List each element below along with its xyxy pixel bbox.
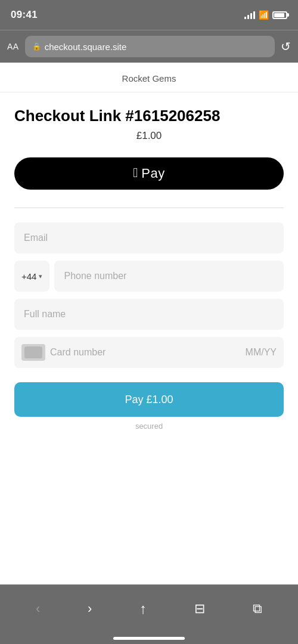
store-name: Rocket Gems [0,63,298,92]
full-name-input[interactable] [14,299,284,330]
email-input[interactable] [14,222,284,253]
lock-icon: 🔒 [32,42,41,51]
home-indicator [0,632,298,644]
section-divider [14,208,284,208]
bottom-nav: ‹ › ↑ ⊟ ⧉ [0,584,298,632]
secured-text: secured [14,419,284,436]
card-field-row[interactable]: Card number MM/YY [14,337,284,368]
checkout-title: Checkout Link #1615206258 [14,107,284,125]
battery-icon [272,11,287,19]
apple-pay-label: Pay [141,166,164,181]
apple-logo-icon:  [133,165,138,181]
checkout-amount: £1.00 [14,130,284,142]
wifi-icon: 📶 [259,10,269,20]
page-content: Rocket Gems Checkout Link #1615206258 £1… [0,63,298,584]
country-code-value: +44 [21,271,36,281]
back-button[interactable]: ‹ [26,596,49,621]
browser-bar: AA 🔒 checkout.square.site ↺ [0,30,298,63]
share-button[interactable]: ↑ [130,596,156,622]
pay-button[interactable]: Pay £1.00 [14,382,284,417]
card-expiry-placeholder: MM/YY [246,347,277,358]
browser-refresh-button[interactable]: ↺ [281,39,291,54]
checkout-main: Checkout Link #1615206258 £1.00  Pay +4… [0,92,298,584]
country-code-selector[interactable]: +44 ▾ [14,261,49,292]
signal-icon [244,11,255,19]
status-time: 09:41 [11,9,38,21]
status-icons: 📶 [244,10,287,20]
browser-url-text: checkout.square.site [45,42,127,52]
bookmarks-button[interactable]: ⊟ [185,596,215,621]
browser-url-bar[interactable]: 🔒 checkout.square.site [25,36,275,57]
phone-input[interactable] [54,261,284,292]
card-number-placeholder: Card number [50,347,241,358]
phone-row: +44 ▾ [14,261,284,292]
browser-aa-button[interactable]: AA [7,42,19,51]
tabs-button[interactable]: ⧉ [243,596,272,621]
status-bar: 09:41 📶 [0,0,298,30]
home-pill [113,637,185,640]
apple-pay-button[interactable]:  Pay [14,157,284,190]
forward-button[interactable]: › [78,596,101,621]
card-icon [21,344,45,361]
chevron-down-icon: ▾ [39,273,42,280]
